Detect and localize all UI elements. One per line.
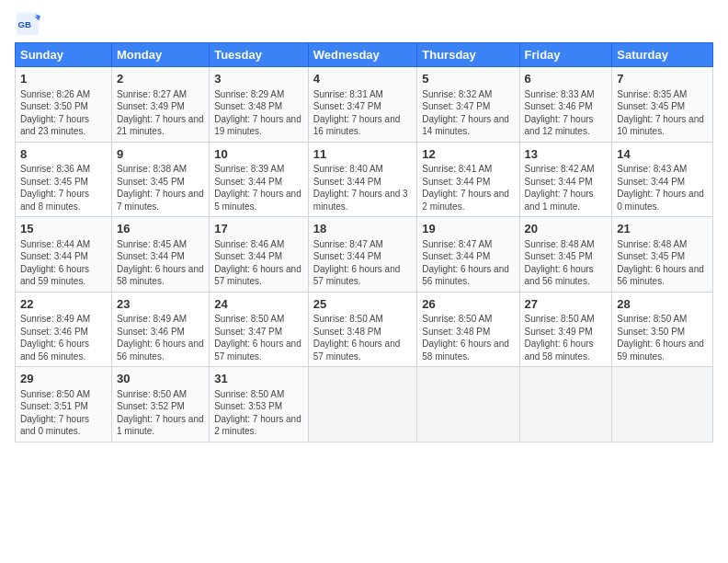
day-number: 29 bbox=[20, 371, 107, 387]
day-info: Sunrise: 8:47 AMSunset: 3:44 PMDaylight:… bbox=[313, 239, 401, 287]
day-info: Sunrise: 8:42 AMSunset: 3:44 PMDaylight:… bbox=[525, 164, 595, 212]
day-number: 18 bbox=[313, 221, 413, 237]
day-info: Sunrise: 8:36 AMSunset: 3:45 PMDaylight:… bbox=[20, 164, 90, 212]
day-info: Sunrise: 8:45 AMSunset: 3:44 PMDaylight:… bbox=[117, 239, 204, 287]
day-info: Sunrise: 8:43 AMSunset: 3:44 PMDaylight:… bbox=[617, 164, 704, 212]
day-info: Sunrise: 8:38 AMSunset: 3:45 PMDaylight:… bbox=[117, 164, 204, 212]
day-info: Sunrise: 8:40 AMSunset: 3:44 PMDaylight:… bbox=[313, 164, 408, 212]
header-cell-sunday: Sunday bbox=[16, 43, 112, 67]
day-number: 3 bbox=[214, 71, 303, 87]
day-cell bbox=[519, 367, 612, 442]
day-cell: 3Sunrise: 8:29 AMSunset: 3:48 PMDaylight… bbox=[210, 67, 309, 143]
header-cell-thursday: Thursday bbox=[417, 43, 519, 67]
day-number: 19 bbox=[422, 221, 514, 237]
day-cell: 5Sunrise: 8:32 AMSunset: 3:47 PMDaylight… bbox=[417, 67, 519, 143]
day-number: 8 bbox=[20, 146, 107, 163]
day-info: Sunrise: 8:50 AMSunset: 3:49 PMDaylight:… bbox=[525, 314, 595, 362]
logo-icon: GB bbox=[15, 11, 40, 37]
header-cell-friday: Friday bbox=[519, 43, 612, 67]
day-number: 28 bbox=[617, 296, 708, 313]
svg-text:GB: GB bbox=[18, 19, 31, 29]
day-number: 13 bbox=[525, 146, 608, 163]
day-number: 1 bbox=[20, 71, 107, 87]
day-cell: 18Sunrise: 8:47 AMSunset: 3:44 PMDayligh… bbox=[308, 217, 417, 293]
week-row-5: 29Sunrise: 8:50 AMSunset: 3:51 PMDayligh… bbox=[16, 367, 713, 442]
day-cell: 23Sunrise: 8:49 AMSunset: 3:46 PMDayligh… bbox=[112, 292, 210, 367]
day-cell: 16Sunrise: 8:45 AMSunset: 3:44 PMDayligh… bbox=[112, 217, 210, 293]
day-number: 17 bbox=[214, 221, 303, 237]
day-cell bbox=[417, 367, 519, 442]
day-number: 6 bbox=[525, 71, 608, 87]
week-row-2: 8Sunrise: 8:36 AMSunset: 3:45 PMDaylight… bbox=[16, 142, 713, 217]
day-info: Sunrise: 8:48 AMSunset: 3:45 PMDaylight:… bbox=[525, 239, 595, 287]
day-info: Sunrise: 8:44 AMSunset: 3:44 PMDaylight:… bbox=[20, 239, 90, 287]
day-info: Sunrise: 8:26 AMSunset: 3:50 PMDaylight:… bbox=[20, 89, 90, 137]
day-info: Sunrise: 8:49 AMSunset: 3:46 PMDaylight:… bbox=[20, 314, 90, 362]
day-info: Sunrise: 8:27 AMSunset: 3:49 PMDaylight:… bbox=[117, 89, 204, 137]
day-number: 5 bbox=[422, 71, 514, 87]
day-info: Sunrise: 8:50 AMSunset: 3:47 PMDaylight:… bbox=[214, 314, 301, 362]
day-cell: 13Sunrise: 8:42 AMSunset: 3:44 PMDayligh… bbox=[519, 142, 612, 217]
calendar-table: SundayMondayTuesdayWednesdayThursdayFrid… bbox=[15, 42, 713, 442]
day-cell: 31Sunrise: 8:50 AMSunset: 3:53 PMDayligh… bbox=[210, 367, 309, 442]
day-cell: 15Sunrise: 8:44 AMSunset: 3:44 PMDayligh… bbox=[16, 217, 112, 293]
day-cell: 9Sunrise: 8:38 AMSunset: 3:45 PMDaylight… bbox=[112, 142, 210, 217]
day-info: Sunrise: 8:50 AMSunset: 3:51 PMDaylight:… bbox=[20, 389, 90, 437]
day-info: Sunrise: 8:49 AMSunset: 3:46 PMDaylight:… bbox=[117, 314, 204, 362]
day-cell: 20Sunrise: 8:48 AMSunset: 3:45 PMDayligh… bbox=[519, 217, 612, 293]
day-cell: 11Sunrise: 8:40 AMSunset: 3:44 PMDayligh… bbox=[308, 142, 417, 217]
day-cell: 21Sunrise: 8:48 AMSunset: 3:45 PMDayligh… bbox=[612, 217, 713, 293]
day-number: 31 bbox=[214, 371, 303, 387]
day-info: Sunrise: 8:47 AMSunset: 3:44 PMDaylight:… bbox=[422, 239, 509, 287]
header-cell-monday: Monday bbox=[112, 43, 210, 67]
day-number: 20 bbox=[525, 221, 608, 237]
day-cell: 17Sunrise: 8:46 AMSunset: 3:44 PMDayligh… bbox=[210, 217, 309, 293]
day-number: 7 bbox=[617, 71, 708, 87]
day-cell: 28Sunrise: 8:50 AMSunset: 3:50 PMDayligh… bbox=[612, 292, 713, 367]
day-cell: 26Sunrise: 8:50 AMSunset: 3:48 PMDayligh… bbox=[417, 292, 519, 367]
day-cell: 1Sunrise: 8:26 AMSunset: 3:50 PMDaylight… bbox=[16, 67, 112, 143]
header: GB bbox=[15, 11, 713, 37]
day-number: 21 bbox=[617, 221, 708, 237]
day-number: 9 bbox=[117, 146, 204, 163]
day-number: 25 bbox=[313, 296, 413, 313]
day-number: 27 bbox=[525, 296, 608, 313]
day-cell: 8Sunrise: 8:36 AMSunset: 3:45 PMDaylight… bbox=[16, 142, 112, 217]
day-number: 4 bbox=[313, 71, 413, 87]
header-row: SundayMondayTuesdayWednesdayThursdayFrid… bbox=[16, 43, 713, 67]
day-number: 23 bbox=[117, 296, 204, 313]
day-cell bbox=[308, 367, 417, 442]
day-number: 11 bbox=[313, 146, 413, 163]
day-number: 30 bbox=[117, 371, 204, 387]
day-info: Sunrise: 8:32 AMSunset: 3:47 PMDaylight:… bbox=[422, 89, 509, 137]
header-cell-wednesday: Wednesday bbox=[308, 43, 417, 67]
day-number: 26 bbox=[422, 296, 514, 313]
week-row-3: 15Sunrise: 8:44 AMSunset: 3:44 PMDayligh… bbox=[16, 217, 713, 293]
header-cell-tuesday: Tuesday bbox=[210, 43, 309, 67]
day-number: 2 bbox=[117, 71, 204, 87]
day-cell: 29Sunrise: 8:50 AMSunset: 3:51 PMDayligh… bbox=[16, 367, 112, 442]
day-info: Sunrise: 8:39 AMSunset: 3:44 PMDaylight:… bbox=[214, 164, 301, 212]
day-cell: 19Sunrise: 8:47 AMSunset: 3:44 PMDayligh… bbox=[417, 217, 519, 293]
day-cell: 30Sunrise: 8:50 AMSunset: 3:52 PMDayligh… bbox=[112, 367, 210, 442]
week-row-1: 1Sunrise: 8:26 AMSunset: 3:50 PMDaylight… bbox=[16, 67, 713, 143]
day-number: 24 bbox=[214, 296, 303, 313]
day-number: 10 bbox=[214, 146, 303, 163]
week-row-4: 22Sunrise: 8:49 AMSunset: 3:46 PMDayligh… bbox=[16, 292, 713, 367]
day-number: 16 bbox=[117, 221, 204, 237]
day-info: Sunrise: 8:35 AMSunset: 3:45 PMDaylight:… bbox=[617, 89, 704, 137]
day-cell: 22Sunrise: 8:49 AMSunset: 3:46 PMDayligh… bbox=[16, 292, 112, 367]
day-cell: 10Sunrise: 8:39 AMSunset: 3:44 PMDayligh… bbox=[210, 142, 309, 217]
day-cell: 4Sunrise: 8:31 AMSunset: 3:47 PMDaylight… bbox=[308, 67, 417, 143]
day-cell: 7Sunrise: 8:35 AMSunset: 3:45 PMDaylight… bbox=[612, 67, 713, 143]
day-cell: 25Sunrise: 8:50 AMSunset: 3:48 PMDayligh… bbox=[308, 292, 417, 367]
day-info: Sunrise: 8:46 AMSunset: 3:44 PMDaylight:… bbox=[214, 239, 301, 287]
day-info: Sunrise: 8:50 AMSunset: 3:53 PMDaylight:… bbox=[214, 389, 301, 437]
day-cell: 12Sunrise: 8:41 AMSunset: 3:44 PMDayligh… bbox=[417, 142, 519, 217]
day-info: Sunrise: 8:33 AMSunset: 3:46 PMDaylight:… bbox=[525, 89, 595, 137]
day-number: 14 bbox=[617, 146, 708, 163]
day-cell: 27Sunrise: 8:50 AMSunset: 3:49 PMDayligh… bbox=[519, 292, 612, 367]
day-cell: 2Sunrise: 8:27 AMSunset: 3:49 PMDaylight… bbox=[112, 67, 210, 143]
day-number: 12 bbox=[422, 146, 514, 163]
day-cell: 6Sunrise: 8:33 AMSunset: 3:46 PMDaylight… bbox=[519, 67, 612, 143]
